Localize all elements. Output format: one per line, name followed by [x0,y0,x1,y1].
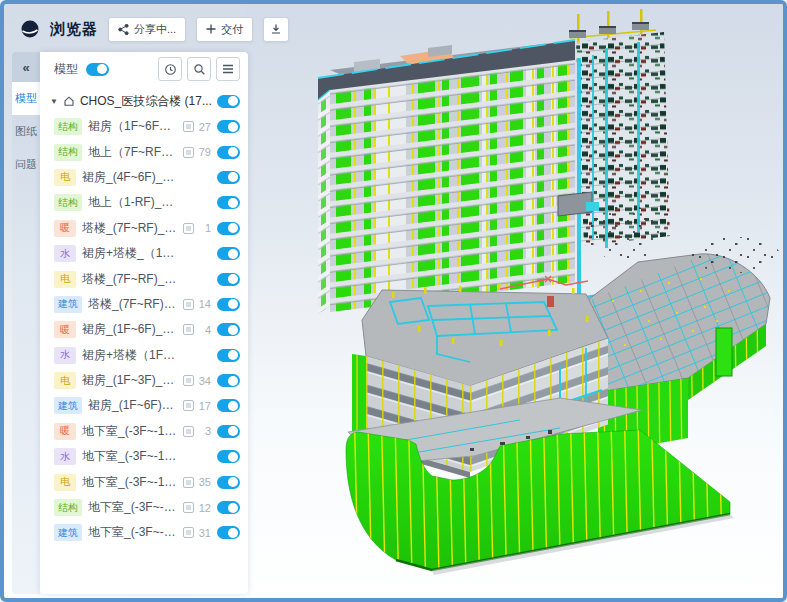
download-button[interactable] [263,17,289,42]
model-tree-row[interactable]: 结构 地下室_(-3F~-1F)_结构 12 [40,495,248,520]
visibility-toggle[interactable] [217,526,240,539]
app-title: 浏览器 [50,20,98,39]
model-tree-row[interactable]: 结构 地上（7F~RF)）_结构... 79 [40,139,248,164]
visibility-toggle[interactable] [217,298,240,311]
tab-model[interactable]: 模型 [12,82,40,115]
visibility-toggle[interactable] [217,146,240,159]
discipline-tag: 建筑 [54,296,82,313]
sheet-icon [183,299,194,310]
model-tree-row[interactable]: 电 地下室_(-3F~-1F)_电气 35 [40,469,248,494]
building-model-canvas [246,4,783,598]
model-tree-row[interactable]: 水 裙房+塔楼_（1F~RF)... [40,241,248,266]
model-panel: 模型 [40,52,248,594]
sheet-icon [183,400,194,411]
model-name-label: 裙房_(1F~3F)_电气 [82,372,177,389]
project-visibility-toggle[interactable] [217,95,240,108]
model-name-label: 地下室_(-3F~-1F)_给... [82,448,177,465]
model-tree-row[interactable]: 结构 地上（1-RF)_结构 [40,190,248,215]
model-tree-row[interactable]: 水 裙房+塔楼（1F~RF)_... [40,343,248,368]
hamburger-icon [222,64,234,74]
deliver-button[interactable]: 交付 [196,17,253,42]
visibility-toggle[interactable] [217,425,240,438]
discipline-tag: 电 [54,271,76,288]
drawing-count-badge: 12 [183,502,211,514]
discipline-tag: 建筑 [54,524,82,541]
model-tree-row[interactable]: 建筑 塔楼_(7F~RF)_建筑 14 [40,292,248,317]
list-menu-button[interactable] [216,57,240,81]
left-sidebar: « 模型 图纸 问题 模型 [12,52,248,594]
model-name-label: 地下室_(-3F~-1F)_电气 [82,474,177,491]
visibility-toggle[interactable] [217,323,240,336]
drawing-count: 1 [197,222,211,234]
visibility-toggle[interactable] [217,399,240,412]
sheet-icon [183,527,194,538]
tab-drawings[interactable]: 图纸 [12,115,40,148]
model-tree-root[interactable]: ▼ CHOS_医技综合楼 (17... [40,88,248,114]
model-name-label: 裙房（1F~6F）_结构... [88,118,177,135]
drawing-count-badge: 17 [183,400,211,412]
drawing-count: 27 [197,121,211,133]
model-name-label: 裙房+塔楼_（1F~RF)... [82,245,177,262]
sheet-icon [183,426,194,437]
model-tree-row[interactable]: 暖 塔楼_(7F~RF)_暖通 1 [40,216,248,241]
drawing-count-badge: 34 [183,375,211,387]
all-models-toggle[interactable] [86,63,109,76]
model-tree-row[interactable]: 电 裙房_(1F~3F)_电气 34 [40,368,248,393]
model-tree-row[interactable]: 建筑 裙房_(1F~6F)_建筑 17 [40,393,248,418]
bim-viewer-window: 浏览器 分享中... 交付 « 模型 [0,0,787,602]
discipline-tag: 结构 [54,194,82,211]
caret-down-icon[interactable]: ▼ [50,97,58,106]
model-name-label: 塔楼_(7F~RF)_电气 [82,271,177,288]
project-name-label: CHOS_医技综合楼 (17... [80,93,212,110]
model-tree-row[interactable]: 电 塔楼_(7F~RF)_电气 [40,266,248,291]
visibility-toggle[interactable] [217,171,240,184]
visibility-toggle[interactable] [217,476,240,489]
model-tree-row[interactable]: 暖 地下室_(-3F~-1F)_暖通 3 [40,419,248,444]
history-clock-icon [164,63,177,76]
app-logo-icon [20,19,40,39]
visibility-toggle[interactable] [217,273,240,286]
model-tree-row[interactable]: 暖 裙房_(1F~6F)_暖通 4 [40,317,248,342]
model-viewport[interactable] [246,4,783,598]
history-button[interactable] [158,57,182,81]
model-tree-row[interactable]: 水 地下室_(-3F~-1F)_给... [40,444,248,469]
search-icon [193,63,206,76]
discipline-tag: 暖 [54,220,76,237]
sheet-icon [183,477,194,488]
visibility-toggle[interactable] [217,247,240,260]
model-panel-header: 模型 [40,52,248,86]
tab-issues[interactable]: 问题 [12,148,40,181]
drawing-count-badge: 31 [183,527,211,539]
sheet-icon [183,324,194,335]
panel-title: 模型 [54,61,78,78]
visibility-toggle[interactable] [217,222,240,235]
plus-icon [206,24,216,34]
model-name-label: 地下室_(-3F~-1F)_暖通 [82,423,177,440]
sheet-icon [183,502,194,513]
drawing-count: 79 [197,146,211,158]
collapse-sidebar-button[interactable]: « [12,52,40,82]
sheet-icon [183,147,194,158]
drawing-count-badge: 27 [183,121,211,133]
discipline-tag: 水 [54,347,76,364]
drawing-count-badge: 1 [183,222,211,234]
model-tree-row[interactable]: 建筑 地下室_(-3F~-1F)_建筑 31 [40,520,248,545]
drawing-count-badge: 79 [183,146,211,158]
discipline-tag: 电 [54,474,76,491]
discipline-tag: 结构 [54,118,82,135]
visibility-toggle[interactable] [217,450,240,463]
drawing-count: 3 [197,425,211,437]
visibility-toggle[interactable] [217,196,240,209]
visibility-toggle[interactable] [217,374,240,387]
share-button[interactable]: 分享中... [108,17,186,42]
visibility-toggle[interactable] [217,120,240,133]
discipline-tag: 电 [54,169,76,186]
drawing-count-badge: 3 [183,425,211,437]
sidebar-tabstrip: « 模型 图纸 问题 [12,52,40,594]
search-button[interactable] [187,57,211,81]
visibility-toggle[interactable] [217,501,240,514]
discipline-tag: 结构 [54,144,82,161]
visibility-toggle[interactable] [217,349,240,362]
model-tree-row[interactable]: 电 裙房_(4F~6F)_电气 [40,165,248,190]
model-tree-row[interactable]: 结构 裙房（1F~6F）_结构... 27 [40,114,248,139]
